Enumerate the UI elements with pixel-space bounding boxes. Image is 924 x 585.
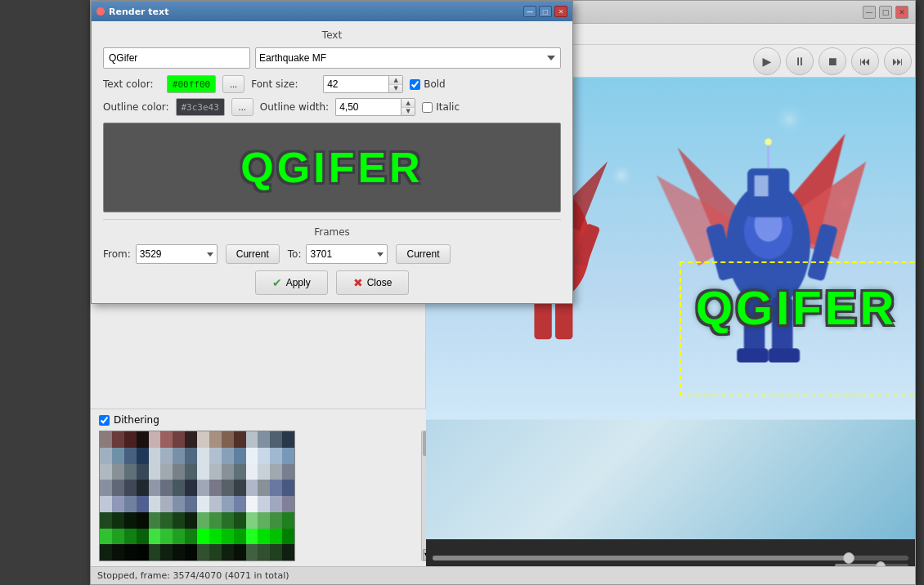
palette-cell[interactable] [197, 431, 209, 448]
palette-cell[interactable] [112, 496, 124, 512]
play-button[interactable]: ▶ [753, 47, 781, 75]
palette-cell[interactable] [209, 529, 222, 545]
palette-cell[interactable] [100, 529, 112, 545]
palette-cell[interactable] [185, 464, 197, 480]
text-color-btn[interactable]: ... [222, 75, 244, 93]
palette-cell[interactable] [197, 544, 209, 560]
palette-cell[interactable] [173, 512, 185, 529]
palette-cell[interactable] [100, 448, 112, 464]
current-btn-2[interactable]: Current [396, 244, 450, 264]
palette-cell[interactable] [282, 496, 294, 512]
palette-cell[interactable] [234, 512, 246, 529]
outline-color-btn[interactable]: ... [231, 98, 253, 116]
palette-cell[interactable] [137, 512, 149, 529]
palette-cell[interactable] [185, 512, 197, 529]
palette-cell[interactable] [149, 512, 161, 529]
palette-cell[interactable] [258, 529, 270, 545]
palette-cell[interactable] [234, 480, 246, 496]
palette-cell[interactable] [282, 512, 294, 529]
palette-cell[interactable] [173, 529, 185, 545]
palette-cell[interactable] [197, 464, 209, 480]
palette-cell[interactable] [246, 464, 258, 480]
bold-checkbox-label[interactable]: Bold [410, 78, 446, 90]
to-select[interactable]: 3701 [306, 244, 388, 264]
palette-cell[interactable] [234, 431, 246, 448]
pause-button[interactable]: ⏸ [786, 47, 814, 75]
outline-width-down[interactable]: ▼ [401, 108, 415, 116]
palette-cell[interactable] [270, 496, 282, 512]
palette-cell[interactable] [185, 431, 197, 448]
palette-cell[interactable] [137, 431, 149, 448]
palette-cell[interactable] [100, 544, 112, 560]
palette-cell[interactable] [234, 544, 246, 560]
apply-button[interactable]: ✔ Apply [255, 270, 328, 295]
font-size-input[interactable] [323, 75, 388, 93]
palette-cell[interactable] [100, 480, 112, 496]
palette-cell[interactable] [222, 529, 234, 545]
palette-cell[interactable] [173, 431, 185, 448]
palette-cell[interactable] [173, 464, 185, 480]
palette-cell[interactable] [124, 512, 137, 529]
palette-cell[interactable] [160, 431, 173, 448]
italic-checkbox-label[interactable]: Italic [422, 101, 460, 113]
font-select[interactable]: Earthquake MF Arial Impact [255, 47, 561, 69]
palette-cell[interactable] [149, 431, 161, 448]
palette-cell[interactable] [149, 464, 161, 480]
palette-cell[interactable] [185, 496, 197, 512]
palette-cell[interactable] [173, 448, 185, 464]
palette-cell[interactable] [149, 544, 161, 560]
palette-cell[interactable] [185, 480, 197, 496]
palette-cell[interactable] [149, 529, 161, 545]
palette-cell[interactable] [112, 464, 124, 480]
palette-cell[interactable] [222, 544, 234, 560]
palette-cell[interactable] [100, 431, 112, 448]
palette-cell[interactable] [209, 544, 222, 560]
palette-cell[interactable] [197, 480, 209, 496]
text-input[interactable] [103, 47, 250, 69]
dialog-close-btn[interactable]: ✕ [554, 6, 567, 17]
palette-cell[interactable] [112, 512, 124, 529]
palette-cell[interactable] [270, 464, 282, 480]
palette-cell[interactable] [246, 529, 258, 545]
palette-cell[interactable] [137, 544, 149, 560]
palette-cell[interactable] [282, 464, 294, 480]
palette-cell[interactable] [282, 431, 294, 448]
palette-cell[interactable] [160, 544, 173, 560]
palette-cell[interactable] [160, 448, 173, 464]
palette-cell[interactable] [197, 529, 209, 545]
palette-cell[interactable] [100, 464, 112, 480]
palette-cell[interactable] [258, 431, 270, 448]
palette-cell[interactable] [222, 480, 234, 496]
dither-checkbox[interactable] [99, 415, 110, 426]
current-btn-1[interactable]: Current [226, 244, 280, 264]
palette-cell[interactable] [234, 448, 246, 464]
outline-width-up[interactable]: ▲ [401, 99, 415, 108]
palette-cell[interactable] [173, 480, 185, 496]
close-dialog-button[interactable]: ✖ Close [336, 270, 410, 295]
palette-cell[interactable] [173, 544, 185, 560]
stop-button[interactable]: ⏹ [819, 47, 846, 75]
palette-cell[interactable] [234, 464, 246, 480]
palette-cell[interactable] [209, 512, 222, 529]
palette-cell[interactable] [160, 464, 173, 480]
palette-cell[interactable] [246, 512, 258, 529]
palette-cell[interactable] [258, 448, 270, 464]
palette-cell[interactable] [270, 529, 282, 545]
palette-cell[interactable] [197, 496, 209, 512]
prev-button[interactable]: ⏮ [851, 47, 879, 75]
palette-cell[interactable] [282, 448, 294, 464]
palette-cell[interactable] [270, 512, 282, 529]
palette-cell[interactable] [124, 431, 137, 448]
outline-color-swatch[interactable]: #3c3e43 [176, 98, 225, 116]
palette-cell[interactable] [282, 529, 294, 545]
palette-cell[interactable] [112, 529, 124, 545]
palette-cell[interactable] [258, 496, 270, 512]
palette-cell[interactable] [185, 529, 197, 545]
palette-cell[interactable] [197, 512, 209, 529]
palette-cell[interactable] [222, 448, 234, 464]
bold-checkbox[interactable] [410, 79, 420, 90]
palette-cell[interactable] [209, 464, 222, 480]
palette-cell[interactable] [160, 480, 173, 496]
palette-cell[interactable] [270, 480, 282, 496]
palette-cell[interactable] [112, 544, 124, 560]
